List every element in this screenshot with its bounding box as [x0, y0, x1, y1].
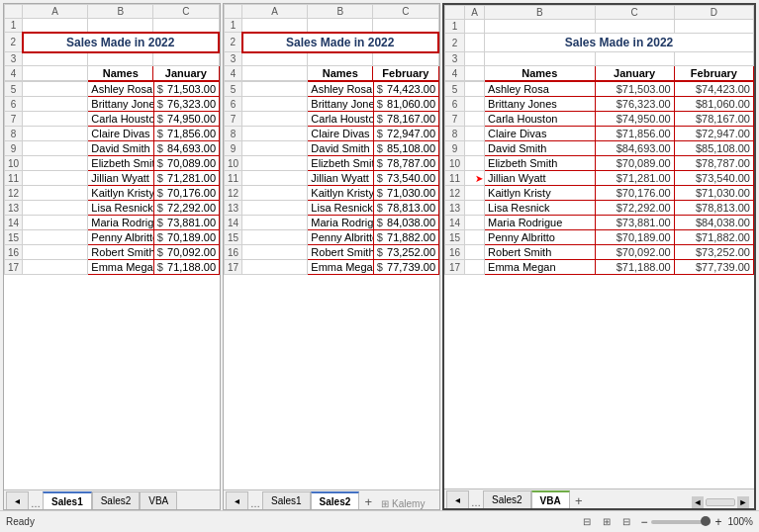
col-header-c: C — [153, 5, 219, 19]
sheet2-names-header: Names — [308, 66, 373, 81]
col2-header-b: B — [308, 5, 373, 19]
sheet2-month-header: February — [373, 66, 438, 81]
list-item: 13 Lisa Resnick $ 72,292.00 — [5, 201, 220, 216]
list-item: 11 Jillian Wyatt $ 73,540.00 — [225, 171, 439, 186]
list-item: 13 Lisa Resnick $ 78,813.00 — [225, 201, 439, 216]
list-item: 7 Carla Houston $ 74,950.00 — [5, 112, 220, 127]
sheet1-table: A B C 1 2 S — [4, 4, 220, 81]
col3-header-d: D — [674, 6, 753, 20]
panel3-tab-nav-left[interactable]: ◂ — [446, 490, 469, 508]
list-item: 16 Robert Smith $ 70,092.00 — [5, 245, 220, 260]
list-item: 16 Robert Smith $70,092.00 $73,252.00 — [445, 245, 754, 260]
normal-view-icon[interactable]: ⊟ — [579, 515, 595, 529]
sheet1-names-header: Names — [88, 66, 153, 81]
list-item: 14 Maria Rodriguez $ 84,038.00 — [225, 216, 439, 230]
list-item: 6 Brittany Jones $ 76,323.00 — [5, 97, 220, 112]
panel2-extra-label: ⊞ Kalemy — [377, 498, 428, 509]
list-item: 17 Emma Megan $71,188.00 $77,739.00 — [445, 260, 754, 275]
panel1-tab-vba[interactable]: VBA — [140, 491, 177, 509]
panel1-tab-sales2[interactable]: Sales2 — [92, 491, 141, 509]
list-item: 15 Penny Albritton $ 71,882.00 — [225, 230, 439, 245]
zoom-thumb — [701, 516, 711, 526]
panel2-tab-sales2[interactable]: Sales2 — [311, 491, 360, 509]
list-item: 11 ➤ Jillian Wyatt $71,281.00 $73,540.00 — [445, 171, 754, 186]
panel-2: A B C 1 2 S — [223, 3, 440, 510]
row3-2: 2 Sales Made in 2022 — [445, 34, 754, 52]
sheet3-data-table: 5 Ashley Rosa $71,503.00 $74,423.00 6 Br… — [444, 81, 754, 275]
status-right-controls: ⊟ ⊞ ⊟ − + 100% — [579, 515, 753, 529]
col2-header-a: A — [242, 5, 308, 19]
panel-1: A B C 1 2 S — [3, 3, 221, 510]
list-item: 9 David Smith $ 84,693.00 — [5, 141, 220, 156]
list-item: 17 Emma Megan $ 71,188.00 — [5, 260, 220, 275]
row3-3: 3 — [445, 52, 754, 66]
list-item: 15 Penny Albritton $ 70,189.00 — [5, 230, 220, 245]
corner-cell — [5, 5, 23, 19]
sheet3-table: A B C D 1 — [444, 5, 754, 81]
sheet2-data-table: 5 Ashley Rosa $ 74,423.00 6 Brittany Jon… — [224, 81, 439, 275]
scroll-right-btn[interactable]: ► — [737, 496, 749, 508]
panel2-tab-dots: … — [248, 498, 262, 509]
list-item: 5 Ashley Rosa $71,503.00 $74,423.00 — [445, 82, 754, 97]
sheet3-title: Sales Made in 2022 — [485, 34, 754, 52]
col2-header-c: C — [373, 5, 438, 19]
list-item: 9 David Smith $ 85,108.00 — [225, 141, 439, 156]
sheet1-data-table: 5 Ashley Rosa $ 71,503.00 6 Brittany Jon… — [4, 81, 220, 275]
list-item: 9 David Smith $84,693.00 $85,108.00 — [445, 141, 754, 156]
row2-3: 3 — [225, 52, 439, 66]
panel2-tabs: ◂ … Sales1 Sales2 + ⊞ Kalemy — [224, 489, 439, 509]
scroll-left-btn[interactable]: ◄ — [692, 496, 704, 508]
list-item: 15 Penny Albritto $70,189.00 $71,882.00 — [445, 230, 754, 245]
panel3-tab-dots: … — [469, 497, 483, 508]
row-3: 3 — [5, 52, 220, 66]
row2-4-header: 4 Names February — [225, 66, 439, 81]
list-item: 12 Kaitlyn Kristy $ 70,176.00 — [5, 186, 220, 201]
list-item: 10 Elizbeth Smith $ 78,787.00 — [225, 156, 439, 171]
corner-cell-2 — [225, 5, 242, 19]
add-sheet-btn-2[interactable]: + — [359, 493, 377, 509]
panel1-tab-sales1[interactable]: Sales1 — [43, 491, 92, 509]
list-item: 12 Kaitlyn Kristy $70,176.00 $71,030.00 — [445, 186, 754, 201]
page-layout-icon[interactable]: ⊞ — [599, 515, 615, 529]
page-break-icon[interactable]: ⊟ — [618, 515, 634, 529]
list-item: 8 Claire Divas $71,856.00 $72,947.00 — [445, 127, 754, 141]
panel3-scroll-controls: ◄ ► — [692, 496, 752, 508]
panel1-tab-nav-left[interactable]: ◂ — [6, 491, 29, 509]
row3-1: 1 — [445, 20, 754, 34]
add-sheet-btn-3[interactable]: + — [570, 492, 588, 508]
list-item: 7 Carla Houston $74,950.00 $78,167.00 — [445, 112, 754, 127]
row-1: 1 — [5, 19, 220, 33]
list-item: 7 Carla Houston $ 78,167.00 — [225, 112, 439, 127]
panel2-tab-sales1[interactable]: Sales1 — [262, 491, 311, 509]
zoom-track[interactable] — [651, 520, 711, 524]
row-4-header: 4 Names January — [5, 66, 220, 81]
col3-header-a: A — [465, 6, 485, 20]
zoom-minus[interactable]: − — [638, 515, 649, 529]
list-item: 6 Brittany Jones $ 81,060.00 — [225, 97, 439, 112]
zoom-control: − + 100% — [638, 515, 753, 529]
sheet3-jan-header: January — [595, 66, 674, 81]
sheet3-names-header: Names — [485, 66, 595, 81]
list-item: 17 Emma Megan $ 77,739.00 — [225, 260, 439, 275]
sheet1-title: Sales Made in 2022 — [23, 33, 220, 52]
col3-header-c: C — [595, 6, 674, 20]
sheet2-table: A B C 1 2 S — [224, 4, 439, 81]
col-header-b: B — [88, 5, 153, 19]
list-item: 16 Robert Smith $ 73,252.00 — [225, 245, 439, 260]
row2-2: 2 Sales Made in 2022 — [225, 33, 439, 52]
col3-header-b: B — [485, 6, 595, 20]
panel2-tab-nav-left[interactable]: ◂ — [226, 491, 248, 509]
sheet2-title: Sales Made in 2022 — [242, 33, 439, 52]
panels-container: A B C 1 2 S — [0, 0, 759, 510]
status-bar: Ready ⊟ ⊞ ⊟ − + 100% — [0, 510, 759, 532]
zoom-plus[interactable]: + — [712, 515, 723, 529]
list-item: 10 Elizbeth Smith $70,089.00 $78,787.00 — [445, 156, 754, 171]
panel1-tab-dots: … — [29, 498, 43, 509]
panel3-tab-sales2[interactable]: Sales2 — [483, 490, 531, 508]
list-item: 5 Ashley Rosa $ 71,503.00 — [5, 82, 220, 97]
list-item: 8 Claire Divas $ 72,947.00 — [225, 127, 439, 141]
list-item: 14 Maria Rodriguez $ 73,881.00 — [5, 216, 220, 230]
panel3-tab-vba[interactable]: VBA — [531, 490, 570, 508]
list-item: 8 Claire Divas $ 71,856.00 — [5, 127, 220, 141]
app-container: A B C 1 2 S — [0, 0, 759, 532]
